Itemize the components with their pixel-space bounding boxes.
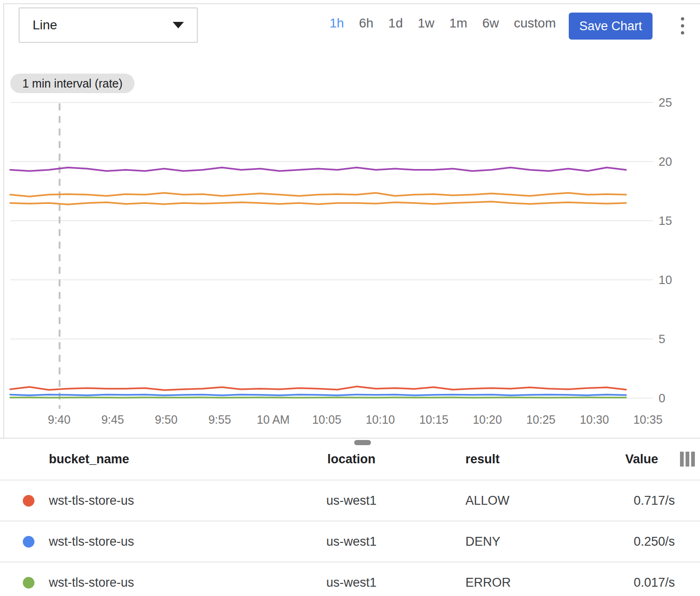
timeseries-chart-area: 05101520259:409:459:509:5510 AM10:0510:1… — [0, 47, 700, 438]
svg-text:10:20: 10:20 — [473, 413, 502, 426]
cell-value: 0.017/s — [572, 576, 675, 590]
save-chart-button[interactable]: Save Chart — [569, 13, 653, 40]
svg-text:9:40: 9:40 — [48, 413, 71, 426]
caret-down-icon — [173, 22, 184, 28]
legend-table: bucket_name location result Value wst-tl… — [0, 439, 700, 596]
svg-text:20: 20 — [659, 155, 672, 169]
cell-value: 0.717/s — [572, 494, 675, 508]
cell-bucket-name: wst-tls-store-us — [49, 535, 279, 549]
chart-toolbar: Line 1h6h1d1w1m6wcustom Save Chart — [0, 0, 700, 47]
column-settings-icon[interactable] — [675, 452, 700, 467]
svg-text:25: 25 — [659, 95, 672, 109]
cell-location: us-west1 — [279, 576, 424, 590]
svg-text:10 AM: 10 AM — [257, 413, 290, 426]
series-color-dot — [23, 577, 34, 589]
chart-type-value: Line — [33, 18, 57, 33]
svg-text:5: 5 — [659, 332, 665, 346]
time-range-1d[interactable]: 1d — [388, 16, 403, 31]
series-color-dot — [23, 536, 34, 548]
cell-location: us-west1 — [279, 535, 424, 549]
time-range-6h[interactable]: 6h — [359, 16, 373, 31]
svg-text:10:10: 10:10 — [366, 413, 395, 426]
svg-text:9:50: 9:50 — [155, 413, 178, 426]
cell-location: us-west1 — [279, 494, 424, 508]
cell-result: DENY — [424, 535, 572, 549]
svg-text:9:45: 9:45 — [101, 413, 124, 426]
svg-text:10:30: 10:30 — [580, 413, 609, 426]
time-range-selector: 1h6h1d1w1m6wcustom — [330, 0, 556, 47]
svg-text:10:35: 10:35 — [633, 413, 663, 426]
chart-type-dropdown[interactable]: Line — [19, 7, 198, 43]
more-options-kebab-icon[interactable] — [672, 12, 693, 39]
svg-text:10: 10 — [659, 273, 672, 287]
col-header-bucket-name[interactable]: bucket_name — [49, 452, 279, 467]
svg-text:10:05: 10:05 — [312, 413, 342, 426]
cell-value: 0.250/s — [572, 535, 675, 549]
time-range-custom[interactable]: custom — [514, 16, 556, 31]
cell-bucket-name: wst-tls-store-us — [49, 576, 279, 590]
col-header-result[interactable]: result — [424, 452, 572, 467]
legend-table-row[interactable]: wst-tls-store-usus-west1DENY0.250/s — [0, 521, 700, 562]
col-header-value[interactable]: Value — [572, 452, 675, 467]
time-range-1h[interactable]: 1h — [330, 16, 344, 31]
time-range-1w[interactable]: 1w — [417, 16, 434, 31]
timeseries-chart[interactable]: 05101520259:409:459:509:5510 AM10:0510:1… — [0, 47, 700, 438]
time-range-6w[interactable]: 6w — [482, 16, 499, 31]
svg-text:0: 0 — [659, 391, 665, 405]
svg-text:15: 15 — [659, 214, 672, 228]
cell-result: ERROR — [424, 576, 572, 590]
series-color-dot — [23, 495, 34, 507]
svg-text:10:15: 10:15 — [419, 413, 449, 426]
svg-text:10:25: 10:25 — [526, 413, 556, 426]
legend-table-row[interactable]: wst-tls-store-usus-west1ALLOW0.717/s — [0, 480, 700, 521]
interval-badge: 1 min interval (rate) — [10, 74, 135, 93]
time-range-1m[interactable]: 1m — [449, 16, 467, 31]
cell-bucket-name: wst-tls-store-us — [49, 494, 279, 508]
cell-result: ALLOW — [424, 494, 572, 508]
svg-text:9:55: 9:55 — [209, 413, 231, 426]
legend-table-header: bucket_name location result Value — [0, 439, 700, 480]
legend-table-row[interactable]: wst-tls-store-usus-west1ERROR0.017/s — [0, 562, 700, 596]
col-header-location[interactable]: location — [279, 452, 424, 467]
